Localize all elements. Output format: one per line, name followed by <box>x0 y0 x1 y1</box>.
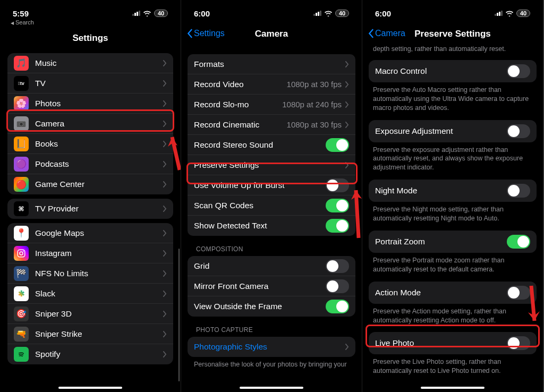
list-item-label: Action Mode <box>375 288 507 297</box>
toggle-switch[interactable] <box>326 300 349 313</box>
phone-settings: 5:59 40 Search Settings 🎵MusictvTV🌸Phot… <box>0 0 181 392</box>
list-item[interactable]: Grid <box>188 256 355 276</box>
toggle-switch[interactable] <box>326 178 349 192</box>
toggle-switch[interactable] <box>326 259 349 273</box>
toggle-switch[interactable] <box>507 235 530 249</box>
home-indicator[interactable] <box>240 387 303 389</box>
chevron-right-icon <box>163 331 167 337</box>
list-item-label: Mirror Front Camera <box>194 282 326 291</box>
list-item[interactable]: Action Mode <box>369 282 537 304</box>
list-item[interactable]: Record Slo-mo1080p at 240 fps <box>188 95 355 115</box>
list-item[interactable]: Record Cinematic1080p at 30 fps <box>188 115 355 135</box>
toggle-switch[interactable] <box>507 184 530 198</box>
list-item[interactable]: 🌸Photos <box>7 93 173 114</box>
chevron-right-icon <box>345 122 349 128</box>
toggle-switch[interactable] <box>326 219 349 233</box>
list-item[interactable]: Camera <box>7 114 173 134</box>
list-item[interactable]: Use Volume Up for Burst <box>188 175 355 195</box>
svg-point-1 <box>20 122 23 126</box>
list-item[interactable]: Photographic Styles <box>188 337 355 357</box>
list-item-label: Preserve Settings <box>194 160 345 170</box>
phone-preserve-settings: 6:00 40 Camera Preserve Settings depth s… <box>362 0 543 392</box>
wifi-icon <box>505 9 514 18</box>
app-icon: 🎵 <box>14 56 29 71</box>
list-item[interactable]: View Outside the Frame <box>188 296 355 317</box>
list-item[interactable]: Record Stereo Sound <box>188 135 355 155</box>
app-icon: 🎯 <box>14 306 29 321</box>
list-item[interactable]: Live Photo <box>369 332 537 354</box>
home-indicator[interactable] <box>58 387 122 389</box>
page-title: Settings <box>0 33 181 44</box>
list-item-label: Live Photo <box>375 338 507 348</box>
chevron-right-icon <box>345 61 349 67</box>
list-item[interactable]: 🎵Music <box>7 53 173 73</box>
back-label: Camera <box>375 29 405 38</box>
chevron-right-icon <box>163 230 167 236</box>
section-header-composition: COMPOSITION <box>181 236 362 256</box>
list-item[interactable]: Spotify <box>7 344 173 364</box>
list-item[interactable]: 📍Google Maps <box>7 223 173 243</box>
preserve-item-group: Macro Control <box>369 60 537 82</box>
list-item-value: 1080p at 240 fps <box>282 100 342 109</box>
list-item-label: Sniper Strike <box>35 329 163 339</box>
list-item[interactable]: Show Detected Text <box>188 216 355 236</box>
list-item[interactable]: ✱Slack <box>7 284 173 304</box>
list-item[interactable]: 🏁NFS No Limits <box>7 263 173 284</box>
list-item[interactable]: Record Video1080p at 30 fps <box>188 74 355 95</box>
list-item[interactable]: 🎯Sniper 3D <box>7 304 173 324</box>
status-time: 5:59 <box>13 9 29 18</box>
app-icon: 📍 <box>14 226 29 241</box>
chevron-right-icon <box>345 344 349 350</box>
list-item[interactable]: Night Mode <box>369 180 537 202</box>
list-item[interactable]: Scan QR Codes <box>188 195 355 216</box>
list-item[interactable]: 🔫Sniper Strike <box>7 324 173 344</box>
back-button[interactable]: Settings <box>186 29 225 38</box>
footer-photographic-styles: Personalise the look of your photos by b… <box>181 357 362 369</box>
list-item[interactable]: 🔴Game Center <box>7 174 173 194</box>
chevron-right-icon <box>163 141 167 147</box>
list-item-label: Use Volume Up for Burst <box>194 181 326 190</box>
svg-point-3 <box>20 252 23 255</box>
list-item[interactable]: Mirror Front Camera <box>188 276 355 296</box>
home-indicator[interactable] <box>421 387 484 389</box>
list-item[interactable]: Preserve Settings <box>188 155 355 175</box>
list-item-label: Music <box>35 58 163 68</box>
list-item-label: Google Maps <box>35 228 163 238</box>
list-item[interactable]: Instagram <box>7 243 173 263</box>
preserve-item-group: Portrait Zoom <box>369 231 537 253</box>
list-item[interactable]: Formats <box>188 54 355 74</box>
list-item-label: Formats <box>194 59 345 69</box>
wifi-icon <box>324 9 333 18</box>
back-to-search[interactable]: Search <box>0 19 181 25</box>
chevron-right-icon <box>163 161 167 167</box>
list-item-label: Sniper 3D <box>35 309 163 319</box>
toggle-switch[interactable] <box>326 279 349 293</box>
toggle-switch[interactable] <box>507 124 530 138</box>
chevron-right-icon <box>345 101 349 108</box>
list-item[interactable]: 📙Books <box>7 134 173 154</box>
chevron-right-icon <box>163 351 167 357</box>
list-item[interactable]: ⌘TV Provider <box>7 199 173 219</box>
preserve-item-group: Action Mode <box>369 282 537 304</box>
chevron-right-icon <box>345 162 349 168</box>
list-item-footer: Preserve the Portrait mode zoom rather t… <box>362 253 543 279</box>
nav-header: Settings <box>0 25 181 49</box>
toggle-switch[interactable] <box>326 138 349 152</box>
nav-header: Camera Preserve Settings <box>362 21 543 45</box>
list-item[interactable]: Macro Control <box>369 60 537 82</box>
top-cutoff-footer: depth setting, rather than automatically… <box>362 45 543 58</box>
status-bar: 5:59 40 <box>0 0 181 21</box>
list-item[interactable]: tvTV <box>7 73 173 93</box>
toggle-switch[interactable] <box>507 336 530 350</box>
nav-header: Settings Camera <box>181 21 362 45</box>
list-item[interactable]: Exposure Adjustment <box>369 120 537 142</box>
list-item[interactable]: 🟣Podcasts <box>7 154 173 174</box>
back-button[interactable]: Camera <box>368 29 405 38</box>
toggle-switch[interactable] <box>507 286 530 300</box>
preserve-item-group: Night Mode <box>369 180 537 202</box>
chevron-right-icon <box>163 60 167 66</box>
toggle-switch[interactable] <box>507 64 530 78</box>
toggle-switch[interactable] <box>326 199 349 212</box>
list-item[interactable]: Portrait Zoom <box>369 231 537 253</box>
chevron-right-icon <box>163 80 167 87</box>
